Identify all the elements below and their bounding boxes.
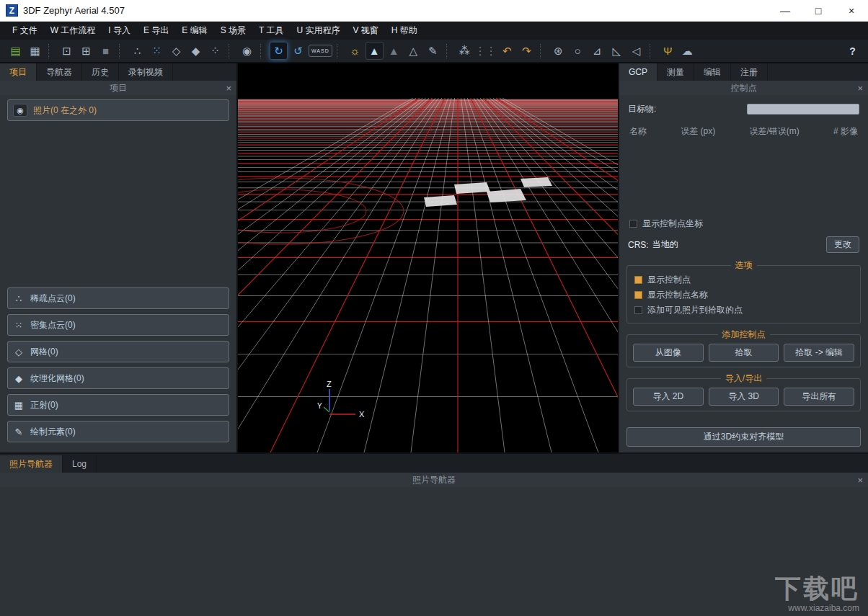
import-3d-button[interactable]: 导入 3D	[709, 388, 779, 406]
orthophoto-icon: ▦	[13, 400, 25, 411]
point-cube-icon[interactable]: ⊞	[77, 42, 95, 60]
gcp-tool-icon[interactable]: Ψ	[659, 42, 677, 60]
mesh-icon: ◇	[13, 347, 25, 357]
menu-export[interactable]: E 导出	[137, 23, 175, 38]
filter-points-icon[interactable]: ⁘	[206, 42, 224, 60]
minimize-button[interactable]: —	[769, 0, 802, 21]
control-points-table-empty[interactable]	[619, 138, 868, 215]
plane-tool-icon[interactable]: ⊿	[588, 42, 606, 60]
list-item-label: 网格(0)	[30, 346, 58, 358]
toolbar-overflow-icon[interactable]: ⋮⋮	[475, 42, 497, 60]
import-export-title: 导入/导出	[721, 372, 766, 385]
axis-y-label: Y	[317, 402, 322, 410]
wireframe-view-icon[interactable]: △	[404, 42, 422, 60]
menu-utilities[interactable]: U 实用程序	[291, 23, 347, 38]
window-title: 3DF Zephyr Aerial 4.507	[23, 5, 125, 16]
target-input[interactable]	[747, 104, 859, 115]
export-all-button[interactable]: 导出所有	[784, 388, 854, 406]
save-icon[interactable]: ▦	[26, 42, 44, 60]
menu-tools[interactable]: T 工具	[252, 23, 290, 38]
tab-project[interactable]: 项目	[0, 63, 37, 81]
from-image-button[interactable]: 从图像	[633, 344, 704, 362]
tab-measure[interactable]: 测量	[657, 63, 694, 81]
photos-item[interactable]: ◉ 照片(0 在之外 0)	[7, 99, 229, 121]
list-item-label: 密集点云(0)	[30, 319, 76, 331]
help-icon[interactable]: ?	[843, 42, 862, 60]
tab-navigator[interactable]: 导航器	[37, 63, 82, 81]
tab-photo-navigator[interactable]: 照片导航器	[0, 455, 63, 473]
close-icon[interactable]: ×	[857, 473, 863, 487]
menu-scene[interactable]: S 场景	[214, 23, 252, 38]
menu-help[interactable]: H 帮助	[385, 23, 424, 38]
rotate-navigation-icon[interactable]: ↺	[289, 42, 307, 60]
gcp-panel: GCP 测量 编辑 注册 控制点 × 目标物: 名称 误差 (px) 误差/错误…	[618, 63, 868, 452]
align-model-button[interactable]: 通过3D约束对齐模型	[626, 427, 861, 447]
sphere-tool-icon[interactable]: ⊛	[549, 42, 567, 60]
show-coordinates-checkbox[interactable]	[629, 220, 637, 228]
drawing-elements-item[interactable]: ✎ 绘制元素(0)	[7, 421, 229, 442]
mesh-item[interactable]: ◇ 网格(0)	[7, 341, 229, 362]
undo-icon[interactable]: ↶	[498, 42, 516, 60]
show-control-point-names-row[interactable]: 显示控制点名称	[632, 287, 856, 303]
tab-history[interactable]: 历史	[82, 63, 119, 81]
menu-file[interactable]: F 文件	[6, 23, 44, 38]
import-2d-button[interactable]: 导入 2D	[633, 388, 704, 406]
protractor-tool-icon[interactable]: ◺	[608, 42, 626, 60]
close-icon[interactable]: ×	[857, 81, 863, 95]
maximize-button[interactable]: □	[802, 0, 835, 21]
circle-tool-icon[interactable]: ○	[569, 42, 587, 60]
pick-button[interactable]: 拾取	[709, 344, 779, 362]
menu-import[interactable]: I 导入	[102, 23, 137, 38]
menu-edit[interactable]: E 编辑	[175, 23, 213, 38]
axis-x-label: X	[359, 410, 365, 419]
dense-point-cloud-icon[interactable]: ⁙	[148, 42, 166, 60]
flat-view-icon[interactable]: ▲	[385, 42, 403, 60]
dense-point-cloud-item[interactable]: ⁙ 密集点云(0)	[7, 314, 229, 336]
viewport-3d[interactable]: Z Y X	[238, 63, 618, 452]
crs-change-button[interactable]: 更改	[826, 236, 859, 253]
effects-icon[interactable]: ⁂	[456, 42, 474, 60]
tab-gcp[interactable]: GCP	[619, 63, 657, 81]
toolbar-separator	[337, 44, 341, 58]
shaded-view-icon[interactable]: ▲	[366, 42, 384, 60]
menu-workflow[interactable]: W 工作流程	[44, 23, 102, 38]
menu-view[interactable]: V 视窗	[347, 23, 385, 38]
paint-brush-icon[interactable]: ✎	[424, 42, 442, 60]
window-controls: — □ ×	[769, 0, 868, 21]
speaker-icon[interactable]: ◁	[627, 42, 645, 60]
tab-register[interactable]: 注册	[731, 63, 768, 81]
add-visible-photos-checkbox[interactable]	[634, 306, 642, 314]
redo-icon[interactable]: ↷	[518, 42, 536, 60]
mesh-icon[interactable]: ◇	[167, 42, 185, 60]
sparse-point-cloud-icon[interactable]: ∴	[128, 42, 146, 60]
orthophoto-item[interactable]: ▦ 正射(0)	[7, 394, 229, 416]
show-control-points-checkbox[interactable]	[634, 276, 642, 284]
wasd-navigation-icon[interactable]: WASD	[309, 45, 332, 57]
right-panel-tabs: GCP 测量 编辑 注册	[619, 63, 868, 81]
orbit-navigation-icon[interactable]: ↻	[270, 42, 288, 60]
bottom-panel-tabs: 照片导航器 Log	[0, 454, 868, 473]
show-control-points-row[interactable]: 显示控制点	[632, 272, 856, 287]
selection-grid-icon[interactable]: ⊡	[58, 42, 76, 60]
solid-cube-icon[interactable]: ■	[97, 42, 115, 60]
cloud-sync-icon[interactable]: ☁	[678, 42, 696, 60]
lighting-icon[interactable]: ☼	[346, 42, 364, 60]
close-button[interactable]: ×	[835, 0, 868, 21]
photos-item-label: 照片(0 在之外 0)	[33, 104, 97, 117]
new-project-icon[interactable]: ▤	[6, 42, 25, 60]
col-images: # 影像	[833, 125, 858, 138]
photo-navigator-body[interactable]	[0, 487, 868, 616]
tab-record-video[interactable]: 录制视频	[119, 63, 173, 81]
pick-to-edit-button[interactable]: 拾取 -> 编辑	[784, 344, 854, 362]
textured-mesh-item[interactable]: ◆ 纹理化网格(0)	[7, 367, 229, 389]
close-icon[interactable]: ×	[226, 81, 231, 95]
photo-navigator-panel: 照片导航器 Log 照片导航器 ×	[0, 452, 868, 616]
textured-mesh-icon[interactable]: ◆	[187, 42, 205, 60]
add-visible-photos-row[interactable]: 添加可见照片到拾取的点	[632, 303, 856, 318]
tab-log[interactable]: Log	[63, 455, 97, 473]
show-control-point-names-checkbox[interactable]	[634, 291, 642, 299]
sparse-point-cloud-item[interactable]: ∴ 稀疏点云(0)	[7, 287, 229, 309]
camera-icon[interactable]: ◉	[238, 42, 256, 60]
show-coordinates-row[interactable]: 显示控制点坐标	[619, 215, 868, 232]
tab-edit[interactable]: 编辑	[694, 63, 731, 81]
